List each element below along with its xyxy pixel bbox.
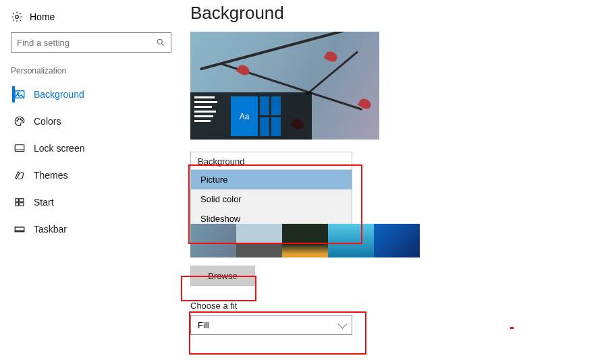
taskbar-icon	[13, 223, 26, 235]
dropdown-option-picture[interactable]: Picture	[191, 170, 352, 189]
section-heading: Personalization	[11, 66, 171, 75]
svg-rect-12	[20, 199, 24, 202]
nav-item-lockscreen[interactable]: Lock screen	[7, 135, 175, 162]
nav-item-colors[interactable]: Colors	[7, 108, 175, 135]
nav-item-taskbar[interactable]: Taskbar	[7, 216, 175, 243]
background-dropdown[interactable]: Background Picture Solid color Slideshow	[190, 152, 352, 229]
selection-bar	[12, 86, 15, 102]
picture-thumbnails	[190, 224, 595, 257]
svg-point-8	[22, 121, 23, 122]
nav-item-background[interactable]: Background	[7, 81, 175, 108]
nav-item-themes[interactable]: Themes	[7, 162, 175, 189]
preview-tile-aa: Aa	[231, 96, 258, 136]
palette-icon	[13, 115, 26, 127]
gear-icon	[11, 11, 23, 23]
svg-line-2	[161, 43, 163, 45]
svg-point-5	[17, 121, 18, 122]
desktop-preview: Aa	[190, 32, 379, 140]
nav-item-start[interactable]: Start	[7, 189, 175, 216]
search-field[interactable]	[17, 38, 152, 48]
home-label: Home	[30, 11, 55, 22]
start-icon	[13, 196, 26, 208]
start-menu-preview: Aa	[190, 92, 312, 140]
search-icon	[156, 38, 165, 47]
home-link[interactable]: Home	[7, 7, 175, 30]
svg-rect-9	[15, 145, 24, 152]
thumb-1[interactable]	[190, 224, 236, 257]
thumb-2[interactable]	[236, 224, 282, 257]
nav-label: Background	[34, 89, 84, 100]
settings-sidebar: Home Personalization Background Colors L…	[7, 7, 175, 243]
browse-button[interactable]: Browse	[190, 266, 255, 286]
stray-mark	[510, 327, 514, 329]
thumb-5[interactable]	[374, 224, 420, 257]
chevron-down-icon	[337, 320, 347, 329]
svg-point-6	[18, 119, 20, 120]
nav-label: Lock screen	[34, 143, 84, 154]
svg-rect-15	[15, 227, 24, 232]
nav-label: Start	[34, 197, 54, 208]
main-content: Background Aa Background Picture Solid c…	[190, 3, 595, 335]
fit-dropdown[interactable]: Fill	[190, 315, 352, 335]
lockscreen-icon	[13, 142, 26, 154]
themes-icon	[13, 169, 26, 181]
search-input[interactable]	[11, 32, 171, 53]
svg-rect-11	[16, 199, 19, 202]
nav-label: Themes	[34, 170, 68, 181]
dropdown-option-solidcolor[interactable]: Solid color	[191, 189, 352, 209]
fit-selected: Fill	[198, 320, 209, 330]
svg-rect-13	[16, 203, 19, 206]
thumb-3[interactable]	[282, 224, 328, 257]
svg-point-0	[16, 16, 19, 19]
dropdown-header: Background	[191, 152, 352, 170]
svg-rect-14	[20, 203, 24, 206]
nav-label: Colors	[34, 116, 61, 127]
picture-icon	[13, 88, 26, 100]
page-title: Background	[190, 3, 595, 24]
svg-point-7	[20, 119, 22, 120]
svg-point-1	[157, 39, 162, 44]
nav-label: Taskbar	[34, 224, 67, 235]
thumb-4[interactable]	[328, 224, 374, 257]
fit-label: Choose a fit	[190, 301, 595, 311]
